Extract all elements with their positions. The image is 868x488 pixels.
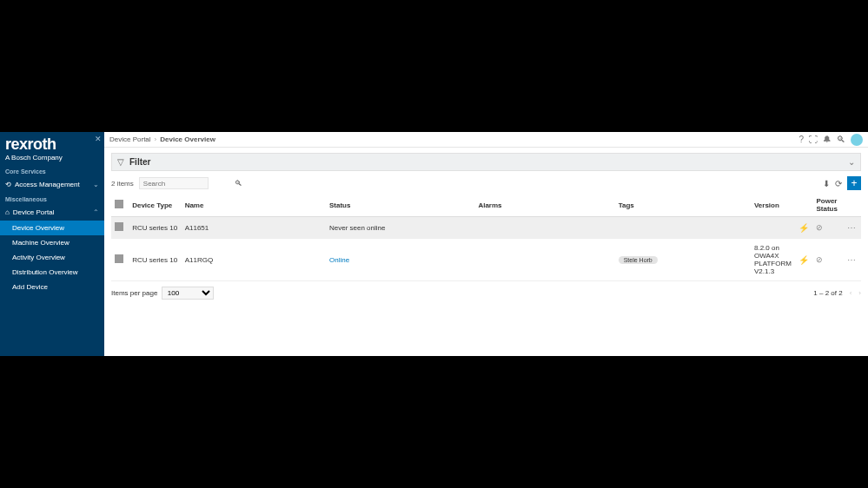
cell-version	[751, 217, 795, 239]
cell-status: Never seen online	[326, 217, 474, 239]
sidebar-item-machine-overview[interactable]: Machine Overview	[0, 235, 104, 250]
filter-icon: ▽	[117, 157, 124, 167]
row-actions-icon[interactable]: ⋯	[847, 255, 857, 265]
chevron-down-icon: ⌄	[848, 157, 855, 167]
help-icon[interactable]: ?	[798, 135, 804, 144]
pager-range: 1 – 2 of 2	[813, 289, 842, 297]
filter-label: Filter	[129, 157, 150, 167]
cell-device-type: RCU series 10	[129, 239, 181, 281]
toolbar: 2 items 🔍︎ ⬇ ⟳ +	[111, 176, 861, 190]
col-power-status[interactable]: Power Status	[812, 194, 843, 217]
add-button[interactable]: +	[847, 176, 861, 190]
col-alarms[interactable]: Alarms	[474, 194, 614, 217]
topbar: Device Portal › Device Overview ? ⛶ 🔔︎ 🔍…	[104, 132, 868, 148]
chevron-up-icon: ⌃	[93, 208, 99, 216]
brand-subtitle: A Bosch Company	[5, 154, 99, 162]
pager-next-icon[interactable]: ›	[858, 289, 861, 297]
search-input[interactable]	[143, 180, 235, 188]
items-per-page-label: Items per page	[111, 289, 157, 297]
breadcrumb-root[interactable]: Device Portal	[109, 135, 151, 143]
row-actions-icon[interactable]: ⋯	[847, 223, 857, 233]
cell-tags: Stele Horb	[615, 239, 751, 281]
cell-alarms	[474, 239, 614, 281]
section-miscellaneous: Miscellaneous	[0, 193, 104, 204]
section-core-services: Core Services	[0, 165, 104, 176]
items-per-page-select[interactable]: 100	[162, 287, 214, 300]
access-icon: ⟲	[5, 181, 11, 188]
sidebar-item-activity-overview[interactable]: Activity Overview	[0, 250, 104, 265]
close-sidebar-icon[interactable]: ✕	[95, 135, 102, 143]
cell-version: 8.2.0 on OWA4X PLATFORM V2.1.3	[751, 239, 795, 281]
brand: rexroth A Bosch Company	[0, 132, 104, 165]
device-icon: ⌂	[5, 208, 10, 216]
breadcrumb-separator: ›	[155, 135, 157, 143]
sidebar-item-add-device[interactable]: Add Device	[0, 280, 104, 294]
bolt-icon: ⚡	[798, 255, 809, 265]
cell-status[interactable]: Online	[329, 256, 349, 264]
breadcrumb-current: Device Overview	[160, 135, 215, 143]
table-row[interactable]: RCU series 10 A11RGQ Online Stele Horb 8…	[111, 239, 861, 281]
pager-prev-icon[interactable]: ‹	[850, 289, 852, 297]
row-checkbox[interactable]	[115, 222, 123, 231]
col-status[interactable]: Status	[326, 194, 474, 217]
col-tags[interactable]: Tags	[615, 194, 751, 217]
row-checkbox[interactable]	[115, 254, 123, 263]
filter-bar[interactable]: ▽ Filter ⌄	[111, 153, 861, 171]
search-icon[interactable]: 🔍︎	[837, 135, 845, 144]
search-icon[interactable]: 🔍︎	[235, 179, 242, 188]
bolt-icon: ⚡	[798, 223, 809, 233]
col-name[interactable]: Name	[182, 194, 326, 217]
search-box[interactable]: 🔍︎	[139, 177, 209, 189]
pager: Items per page 100 1 – 2 of 2 ‹ ›	[111, 281, 861, 305]
chevron-down-icon: ⌄	[93, 181, 99, 188]
topbar-icons: ? ⛶ 🔔︎ 🔍︎	[798, 134, 863, 146]
tag-badge: Stele Horb	[619, 256, 658, 264]
breadcrumb: Device Portal › Device Overview	[109, 135, 215, 143]
table-row[interactable]: RCU series 10 A11651 Never seen online ⚡…	[111, 217, 861, 239]
table-header-row: Device Type Name Status Alarms Tags Vers…	[111, 194, 861, 217]
bell-icon[interactable]: 🔔︎	[823, 135, 832, 144]
expand-icon[interactable]: ⛶	[809, 135, 818, 144]
main-panel: Device Portal › Device Overview ? ⛶ 🔔︎ 🔍…	[104, 132, 868, 356]
nav-device-portal[interactable]: ⌂Device Portal ⌃	[0, 204, 104, 221]
device-table: Device Type Name Status Alarms Tags Vers…	[111, 194, 861, 281]
cell-name: A11RGQ	[182, 239, 326, 281]
sidebar-item-device-overview[interactable]: Device Overview	[0, 221, 104, 235]
select-all-checkbox[interactable]	[115, 200, 123, 208]
brand-logo: rexroth	[5, 135, 99, 154]
app-root: ✕ rexroth A Bosch Company Core Services …	[0, 132, 868, 356]
power-status-icon: ⊘	[816, 255, 823, 264]
sidebar-item-distribution-overview[interactable]: Distribution Overview	[0, 265, 104, 280]
content: ▽ Filter ⌄ 2 items 🔍︎ ⬇ ⟳ +	[104, 148, 868, 356]
items-count: 2 items	[111, 180, 134, 188]
power-status-icon: ⊘	[816, 223, 823, 232]
sidebar: ✕ rexroth A Bosch Company Core Services …	[0, 132, 104, 356]
avatar[interactable]	[851, 134, 863, 146]
download-icon[interactable]: ⬇	[823, 179, 830, 188]
cell-alarms	[474, 217, 614, 239]
col-version[interactable]: Version	[751, 194, 795, 217]
cell-name: A11651	[182, 217, 326, 239]
cell-tags	[615, 217, 751, 239]
nav-access-management[interactable]: ⟲Access Management ⌄	[0, 176, 104, 193]
refresh-icon[interactable]: ⟳	[835, 179, 842, 188]
col-device-type[interactable]: Device Type	[129, 194, 181, 217]
cell-device-type: RCU series 10	[129, 217, 181, 239]
